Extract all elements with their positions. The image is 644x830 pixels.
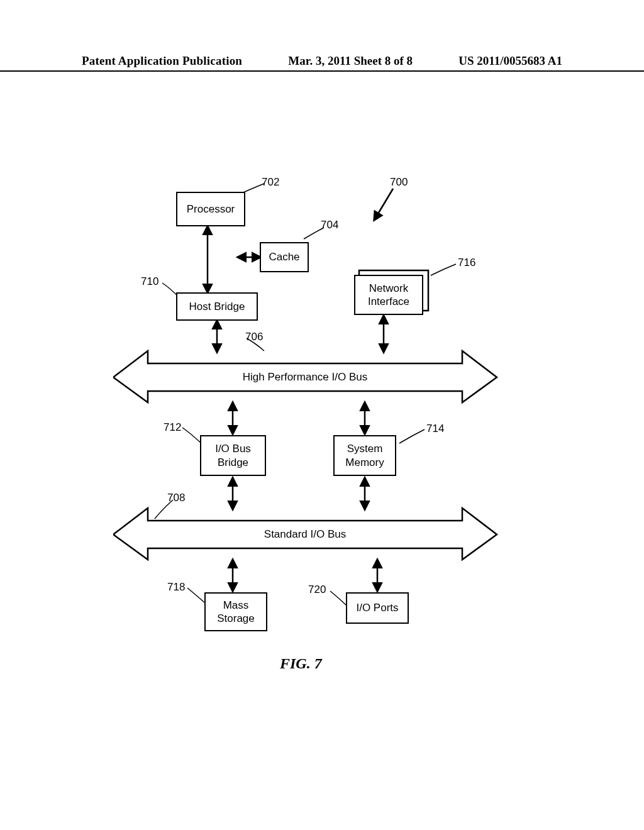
header-date-sheet: Mar. 3, 2011 Sheet 8 of 8 [288,54,413,68]
figure-diagram: Processor Cache Host Bridge Network Inte… [113,176,522,667]
page-header: Patent Application Publication Mar. 3, 2… [0,54,644,72]
figure-caption: FIG. 7 [280,655,322,672]
ref-704: 704 [321,219,338,231]
ref-702: 702 [262,176,279,189]
ref-714: 714 [426,423,444,435]
box-processor: Processor [176,192,245,226]
box-host-bridge: Host Bridge [176,292,258,321]
header-pub-number: US 2011/0055683 A1 [458,54,562,68]
ref-712: 712 [164,421,181,434]
ref-716: 716 [458,257,475,269]
box-system-memory: System Memory [333,435,396,476]
header-publication: Patent Application Publication [82,54,242,68]
box-cache: Cache [260,242,309,272]
ref-700: 700 [390,176,408,189]
bus-label-standard: Standard I/O Bus [113,528,497,541]
bus-label-high-performance: High Performance I/O Bus [113,371,497,384]
ref-718: 718 [167,581,185,594]
ref-706: 706 [245,331,263,343]
box-io-ports: I/O Ports [346,592,409,624]
box-mass-storage: Mass Storage [204,592,267,631]
box-io-bus-bridge: I/O Bus Bridge [200,435,266,476]
ref-708: 708 [167,492,185,504]
svg-line-0 [374,189,393,220]
ref-720: 720 [308,584,326,596]
ref-710: 710 [141,275,158,288]
box-network-interface: Network Interface [354,275,423,315]
